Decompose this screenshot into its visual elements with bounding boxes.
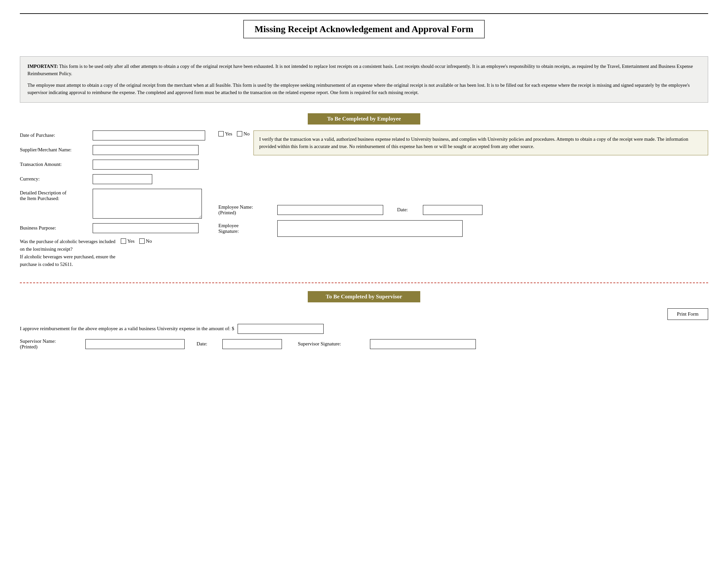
date-of-purchase-input[interactable]	[93, 130, 205, 140]
supervisor-signature-label: Supervisor Signature:	[298, 341, 364, 347]
alcoholic-label: Was the purchase of alcoholic beverages …	[20, 238, 115, 268]
alcoholic-yes-no-group: Yes No	[121, 238, 152, 244]
employee-name-date-row: Employee Name:(Printed) Date:	[218, 204, 708, 215]
alcoholic-line1: Was the purchase of alcoholic beverages …	[20, 239, 115, 244]
print-form-button[interactable]: Print Form	[667, 308, 708, 320]
alcoholic-yes-checkbox[interactable]	[121, 238, 126, 244]
date-of-purchase-row: Date of Purchase:	[20, 130, 205, 140]
employee-section-banner-row: To Be Completed by Employee	[20, 113, 708, 124]
supervisor-signature-input[interactable]	[370, 339, 476, 349]
verification-text: I verify that the transaction was a vali…	[259, 136, 688, 149]
supplier-label: Supplier/Merchant Name:	[20, 147, 93, 153]
employee-name-label: Employee Name:(Printed)	[218, 204, 271, 215]
important-para1: IMPORTANT: This form is to be used only …	[27, 63, 701, 77]
description-label: Detailed Description ofthe Item Purchase…	[20, 189, 93, 201]
employee-right-col: Yes No I verify that the transaction was…	[218, 130, 708, 274]
currency-row: Currency:	[20, 174, 205, 184]
verification-no-checkbox[interactable]	[237, 131, 242, 136]
supplier-input[interactable]	[93, 145, 199, 155]
employee-signature-row: EmployeeSignature:	[218, 220, 708, 237]
alcoholic-no-item: No	[139, 238, 152, 244]
date-of-purchase-label: Date of Purchase:	[20, 132, 93, 138]
employee-left-col: Date of Purchase: Supplier/Merchant Name…	[20, 130, 205, 274]
alcoholic-no-checkbox[interactable]	[139, 238, 145, 244]
top-divider	[20, 13, 708, 14]
supervisor-date-label: Date:	[197, 341, 216, 347]
verification-no-label: No	[244, 131, 250, 137]
supplier-row: Supplier/Merchant Name:	[20, 145, 205, 155]
verification-yes-no-row: Yes No I verify that the transaction was…	[218, 130, 708, 161]
verification-yes-label: Yes	[225, 131, 232, 137]
business-purpose-label: Business Purpose:	[20, 225, 93, 231]
approval-row: I approve reimbursement for the above em…	[20, 324, 708, 334]
verification-no-item: No	[237, 131, 250, 137]
important-bold: IMPORTANT:	[27, 64, 58, 69]
transaction-row: Transaction Amount:	[20, 160, 205, 169]
verification-box: I verify that the transaction was a vali…	[253, 130, 708, 155]
important-notice-box: IMPORTANT: This form is to be used only …	[20, 56, 708, 103]
alcoholic-no-label: No	[146, 238, 152, 244]
form-title-box: Missing Receipt Acknowledgement and Appr…	[243, 20, 484, 38]
supervisor-section: To Be Completed by Supervisor Print Form…	[20, 291, 708, 350]
important-para2: The employee must attempt to obtain a co…	[27, 81, 701, 96]
business-purpose-input[interactable]	[93, 223, 199, 233]
employee-date-label: Date:	[397, 207, 417, 212]
verification-yes-no-group: Yes No	[218, 131, 250, 137]
employee-date-input[interactable]	[423, 205, 482, 215]
alcoholic-line2: on the lost/missing receipt?	[20, 246, 72, 252]
alcoholic-line3: If alcoholic beverages were purchased, e…	[20, 254, 115, 259]
alcoholic-yes-item: Yes	[121, 238, 135, 244]
employee-section: Date of Purchase: Supplier/Merchant Name…	[20, 130, 708, 274]
description-row: Detailed Description ofthe Item Purchase…	[20, 189, 205, 218]
title-section: Missing Receipt Acknowledgement and Appr…	[20, 20, 708, 48]
supervisor-name-label: Supervisor Name:(Printed)	[20, 339, 79, 350]
currency-input[interactable]	[93, 174, 152, 184]
supervisor-date-input[interactable]	[222, 339, 282, 349]
employee-section-banner: To Be Completed by Employee	[308, 113, 420, 124]
important-para1-text: This form is to be used only after all o…	[27, 64, 693, 76]
business-purpose-row: Business Purpose:	[20, 223, 205, 233]
employee-signature-label: EmployeeSignature:	[218, 223, 271, 234]
transaction-input[interactable]	[93, 160, 199, 169]
approval-amount-input[interactable]	[238, 324, 324, 334]
supervisor-section-banner: To Be Completed by Supervisor	[308, 291, 420, 303]
supervisor-fields-row: Supervisor Name:(Printed) Date: Supervis…	[20, 339, 708, 350]
employee-signature-input[interactable]	[277, 220, 463, 237]
currency-label: Currency:	[20, 176, 93, 182]
alcoholic-section: Was the purchase of alcoholic beverages …	[20, 238, 205, 268]
alcoholic-line4: purchase is coded to 52611.	[20, 261, 73, 267]
supervisor-name-input[interactable]	[85, 339, 185, 349]
verification-yes-checkbox[interactable]	[218, 131, 224, 136]
print-button-row: Print Form	[20, 308, 708, 320]
supervisor-section-banner-row: To Be Completed by Supervisor	[20, 291, 708, 303]
alcoholic-yes-label: Yes	[127, 238, 135, 244]
description-textarea[interactable]	[93, 189, 202, 218]
transaction-label: Transaction Amount:	[20, 162, 93, 167]
form-title: Missing Receipt Acknowledgement and Appr…	[254, 24, 473, 34]
section-divider	[20, 283, 708, 283]
employee-name-input[interactable]	[277, 205, 383, 215]
verification-yes-item: Yes	[218, 131, 232, 137]
approval-text: I approve reimbursement for the above em…	[20, 326, 234, 332]
